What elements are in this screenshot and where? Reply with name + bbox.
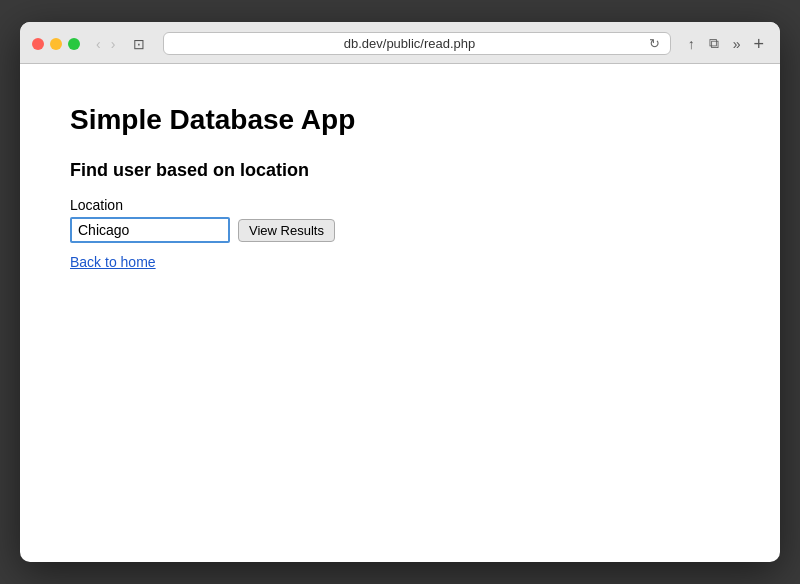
reload-icon: ↻ [649, 36, 660, 51]
section-title: Find user based on location [70, 160, 730, 181]
duplicate-button[interactable]: ⧉ [704, 33, 724, 54]
address-bar-container: ↻ [163, 32, 670, 55]
close-button[interactable] [32, 38, 44, 50]
location-input[interactable] [70, 217, 230, 243]
location-form-group: Location View Results [70, 197, 730, 243]
new-tab-button[interactable]: + [749, 33, 768, 54]
share-button[interactable]: ↑ [683, 33, 700, 54]
maximize-button[interactable] [68, 38, 80, 50]
reload-button[interactable]: ↻ [647, 36, 662, 51]
tab-grid-icon: ⊡ [133, 36, 145, 52]
title-bar: ‹ › ⊡ ↻ ↑ [20, 22, 780, 63]
address-bar-input[interactable] [172, 36, 646, 51]
browser-chrome: ‹ › ⊡ ↻ ↑ [20, 22, 780, 64]
page-title: Simple Database App [70, 104, 730, 136]
view-results-button[interactable]: View Results [238, 219, 335, 242]
browser-window: ‹ › ⊡ ↻ ↑ [20, 22, 780, 562]
tab-overview-button[interactable]: ⊡ [127, 34, 151, 54]
window-controls [32, 38, 80, 50]
location-label: Location [70, 197, 730, 213]
more-icon: » [733, 36, 741, 52]
toolbar-right: ↑ ⧉ » + [683, 33, 768, 54]
back-nav-button[interactable]: ‹ [92, 34, 105, 54]
nav-buttons: ‹ › [92, 34, 119, 54]
share-icon: ↑ [688, 36, 695, 52]
back-icon: ‹ [96, 36, 101, 52]
forward-nav-button[interactable]: › [107, 34, 120, 54]
browser-content: Simple Database App Find user based on l… [20, 64, 780, 524]
view-results-label: View Results [249, 223, 324, 238]
back-link-text: Back to home [70, 254, 156, 270]
new-tab-icon: + [753, 34, 764, 54]
duplicate-icon: ⧉ [709, 35, 719, 51]
minimize-button[interactable] [50, 38, 62, 50]
more-button[interactable]: » [728, 33, 746, 54]
form-row: View Results [70, 217, 730, 243]
back-to-home-link[interactable]: Back to home [70, 254, 156, 270]
forward-icon: › [111, 36, 116, 52]
